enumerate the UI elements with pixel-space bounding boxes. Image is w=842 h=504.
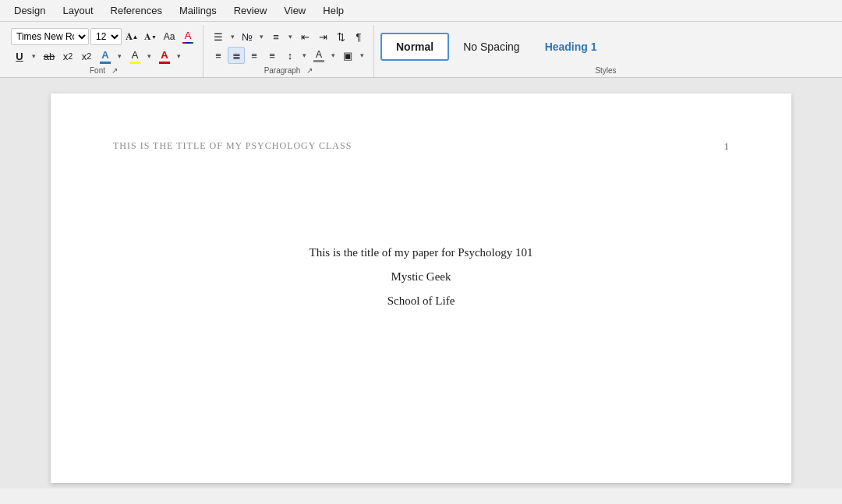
strikethrough-button[interactable]: ab: [41, 48, 58, 65]
numbering-button[interactable]: №: [239, 28, 256, 45]
style-normal-button[interactable]: Normal: [380, 33, 449, 61]
menu-mailings[interactable]: Mailings: [172, 2, 225, 19]
highlight-dropdown[interactable]: ▾: [143, 48, 154, 65]
menu-layout[interactable]: Layout: [55, 2, 101, 19]
paragraph-group-expand[interactable]: ↗: [306, 66, 313, 75]
clear-formatting-button[interactable]: A: [179, 28, 196, 45]
paragraph-group: ☰ ▾ № ▾ ≡ ▾ ⇤ ⇥ ⇅ ¶ ≡: [203, 25, 374, 77]
borders-button[interactable]: ▣: [339, 47, 356, 64]
borders-dropdown[interactable]: ▾: [356, 47, 367, 64]
font-group: Times New Roman Arial Calibri 12 10 11 1…: [5, 25, 203, 77]
underline-button[interactable]: U: [11, 48, 28, 65]
align-center-button[interactable]: ≣: [228, 47, 245, 64]
menu-references[interactable]: References: [103, 2, 170, 19]
multilevel-list-button[interactable]: ≡: [267, 28, 285, 45]
align-right-button[interactable]: ≡: [246, 47, 263, 64]
font-color-button[interactable]: A: [97, 48, 114, 65]
decrease-indent-button[interactable]: ⇤: [296, 28, 313, 45]
menu-bar: Design Layout References Mailings Review…: [0, 0, 842, 22]
style-heading1-button[interactable]: Heading 1: [534, 34, 608, 59]
styles-group: Normal No Spacing Heading 1 Styles: [374, 25, 837, 77]
justify-button[interactable]: ≡: [264, 47, 281, 64]
font-color-dropdown[interactable]: ▾: [114, 48, 125, 65]
font-shrink-button[interactable]: 𝐀▼: [142, 28, 159, 45]
font-size-select[interactable]: 12 10 11 14 16: [90, 28, 122, 45]
paragraph-group-label: Paragraph: [264, 66, 301, 75]
show-formatting-button[interactable]: ¶: [350, 28, 367, 45]
underline-dropdown[interactable]: ▾: [28, 48, 39, 65]
sort-button[interactable]: ⇅: [332, 28, 349, 45]
bullets-button[interactable]: ☰: [210, 28, 227, 45]
page[interactable]: THIS IS THE TITLE OF MY PSYCHOLOGY CLASS…: [51, 93, 791, 483]
numbering-dropdown[interactable]: ▾: [256, 28, 267, 45]
bullets-dropdown[interactable]: ▾: [227, 28, 238, 45]
text-color-button[interactable]: A: [156, 48, 173, 65]
font-case-button[interactable]: Aa: [161, 28, 178, 45]
running-head: THIS IS THE TITLE OF MY PSYCHOLOGY CLASS: [113, 140, 352, 152]
page-number: 1: [724, 140, 730, 153]
paper-author: Mystic Geek: [391, 270, 451, 284]
line-spacing-button[interactable]: ↕: [281, 47, 299, 64]
font-name-select[interactable]: Times New Roman Arial Calibri: [11, 28, 89, 45]
menu-help[interactable]: Help: [315, 2, 352, 19]
paper-institution: School of Life: [387, 294, 455, 308]
font-group-label: Font: [90, 66, 105, 75]
page-body[interactable]: This is the title of my paper for Psycho…: [113, 168, 729, 308]
align-left-button[interactable]: ≡: [210, 47, 227, 64]
line-spacing-dropdown[interactable]: ▾: [299, 47, 310, 64]
menu-view[interactable]: View: [276, 2, 313, 19]
shading-button[interactable]: A: [310, 47, 327, 64]
page-header: THIS IS THE TITLE OF MY PSYCHOLOGY CLASS…: [113, 140, 729, 153]
text-color-dropdown[interactable]: ▾: [173, 48, 184, 65]
menu-design[interactable]: Design: [6, 2, 53, 19]
highlight-button[interactable]: A: [126, 48, 143, 65]
font-grow-button[interactable]: 𝐀▲: [123, 28, 140, 45]
font-group-expand[interactable]: ↗: [111, 66, 118, 75]
paper-title: This is the title of my paper for Psycho…: [309, 246, 532, 259]
style-no-spacing-button[interactable]: No Spacing: [452, 34, 530, 59]
multilevel-dropdown[interactable]: ▾: [285, 28, 295, 45]
styles-group-label: Styles: [595, 66, 616, 75]
shading-dropdown[interactable]: ▾: [327, 47, 338, 64]
menu-review[interactable]: Review: [226, 2, 275, 19]
increase-indent-button[interactable]: ⇥: [314, 28, 331, 45]
subscript-button[interactable]: x2: [59, 48, 76, 65]
ribbon: Times New Roman Arial Calibri 12 10 11 1…: [0, 22, 842, 78]
document-area: THIS IS THE TITLE OF MY PSYCHOLOGY CLASS…: [0, 78, 842, 488]
superscript-button[interactable]: x2: [78, 48, 95, 65]
